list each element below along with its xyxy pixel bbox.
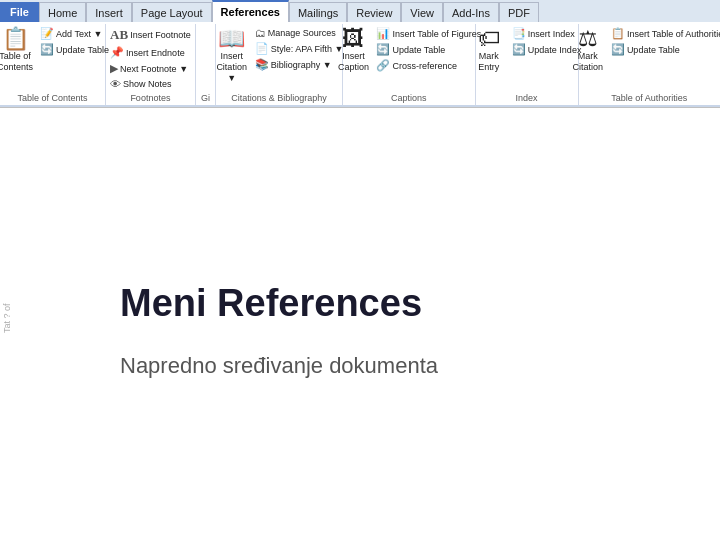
btn-style-label: Style: APA Fifth ▼ <box>271 44 344 54</box>
endnote-icon: 📌 <box>110 46 124 59</box>
btn-show-notes[interactable]: 👁 Show Notes <box>108 77 193 91</box>
group-cit-label: Citations & Bibliography <box>220 91 338 105</box>
update-table-icon: 🔄 <box>40 43 54 56</box>
btn-style[interactable]: 📄 Style: APA Fifth ▼ <box>253 41 346 56</box>
cit-small-btns: 🗂 Manage Sources 📄 Style: APA Fifth ▼ 📚 … <box>253 26 346 72</box>
btn-next-footnote-label: Next Footnote ▼ <box>120 64 188 74</box>
btn-add-text[interactable]: 📝 Add Text ▼ <box>38 26 111 41</box>
insert-idx-icon: 📑 <box>512 27 526 40</box>
tab-page-layout[interactable]: Page Layout <box>132 2 212 22</box>
tab-pdf[interactable]: PDF <box>499 2 539 22</box>
ribbon-body: 📋 Table ofContents 📝 Add Text ▼ 🔄 Update… <box>0 22 720 107</box>
group-toa-label: Table of Authorities <box>583 91 716 105</box>
group-fn-content: AB Insert Footnote 📌 Insert Endnote ▶ Ne… <box>108 26 193 91</box>
tab-references[interactable]: References <box>212 0 289 22</box>
btn-update-table-label: Update Table <box>56 45 109 55</box>
mark-cit-icon: ⚖ <box>578 28 598 50</box>
tab-view[interactable]: View <box>401 2 443 22</box>
show-notes-icon: 👁 <box>110 78 121 90</box>
btn-manage-sources[interactable]: 🗂 Manage Sources <box>253 26 346 40</box>
insert-toa-icon: 📋 <box>611 27 625 40</box>
page-title: Meni References <box>60 282 660 325</box>
update-toa-icon: 🔄 <box>611 43 625 56</box>
ribbon: File Home Insert Page Layout References … <box>0 0 720 108</box>
tab-mailings[interactable]: Mailings <box>289 2 347 22</box>
btn-insert-endnote-label: Insert Endnote <box>126 48 185 58</box>
group-index: 🏷 MarkEntry 📑 Insert Index 🔄 Update Inde… <box>476 24 579 105</box>
group-captions: 🖼 InsertCaption 📊 Insert Table of Figure… <box>343 24 475 105</box>
btn-tof-label: Insert Table of Figures <box>392 29 481 39</box>
cap-small-btns: 📊 Insert Table of Figures 🔄 Update Table… <box>374 26 483 73</box>
main-content: Meni References Napredno sređivanje doku… <box>0 108 720 540</box>
add-text-icon: 📝 <box>40 27 54 40</box>
side-label: Tat ? of <box>0 96 14 540</box>
btn-insert-footnote-label: Insert Footnote <box>130 30 191 40</box>
toa-small-btns: 📋 Insert Table of Authorities 🔄 Update T… <box>609 26 720 57</box>
tab-add-ins[interactable]: Add-Ins <box>443 2 499 22</box>
group-toa: ⚖ MarkCitation 📋 Insert Table of Authori… <box>579 24 720 105</box>
btn-insert-toa-label: Insert Table of Authorities <box>627 29 720 39</box>
btn-bibliography-label: Bibliography ▼ <box>271 60 332 70</box>
btn-insert-index-label: Insert Index <box>528 29 575 39</box>
btn-show-notes-label: Show Notes <box>123 79 172 89</box>
btn-update-toa-label: Update Table <box>627 45 680 55</box>
toc-small-btns: 📝 Add Text ▼ 🔄 Update Table <box>38 26 111 57</box>
group-fn-label: Footnotes <box>110 91 191 105</box>
btn-mark-citation[interactable]: ⚖ MarkCitation <box>569 26 607 75</box>
tab-home[interactable]: Home <box>39 2 86 22</box>
btn-update-cap-label: Update Table <box>392 45 445 55</box>
page-subtitle: Napredno sređivanje dokumenta <box>60 353 660 379</box>
next-fn-icon: ▶ <box>110 62 118 75</box>
btn-update-table-cap[interactable]: 🔄 Update Table <box>374 42 483 57</box>
btn-manage-sources-label: Manage Sources <box>268 28 336 38</box>
group-toa-content: ⚖ MarkCitation 📋 Insert Table of Authori… <box>569 26 720 91</box>
tof-icon: 📊 <box>376 27 390 40</box>
update-idx-icon: 🔄 <box>512 43 526 56</box>
btn-bibliography[interactable]: 📚 Bibliography ▼ <box>253 57 346 72</box>
btn-insert-footnote[interactable]: AB Insert Footnote <box>108 26 193 44</box>
group-cit-content: 📖 InsertCitation ▼ 🗂 Manage Sources 📄 St… <box>213 26 346 91</box>
btn-insert-caption[interactable]: 🖼 InsertCaption <box>334 26 372 75</box>
btn-insert-toa[interactable]: 📋 Insert Table of Authorities <box>609 26 720 41</box>
btn-toc-label: Table ofContents <box>0 51 33 73</box>
btn-citation-label: InsertCitation ▼ <box>216 51 248 83</box>
btn-xref-label: Cross-reference <box>392 61 457 71</box>
btn-toc[interactable]: 📋 Table ofContents <box>0 26 36 75</box>
citation-icon: 📖 <box>218 28 245 50</box>
group-idx-label: Index <box>480 91 574 105</box>
btn-add-text-label: Add Text ▼ <box>56 29 102 39</box>
style-icon: 📄 <box>255 42 269 55</box>
group-toc-label: Table of Contents <box>4 91 101 105</box>
xref-icon: 🔗 <box>376 59 390 72</box>
group-cap-content: 🖼 InsertCaption 📊 Insert Table of Figure… <box>334 26 483 91</box>
group-cap-label: Captions <box>347 91 470 105</box>
ribbon-tab-bar: File Home Insert Page Layout References … <box>0 0 720 22</box>
btn-update-toa[interactable]: 🔄 Update Table <box>609 42 720 57</box>
btn-mark-citation-label: MarkCitation <box>573 51 604 73</box>
group-footnotes: AB Insert Footnote 📌 Insert Endnote ▶ Ne… <box>106 24 196 105</box>
group-idx-content: 🏷 MarkEntry 📑 Insert Index 🔄 Update Inde… <box>470 26 584 91</box>
manage-src-icon: 🗂 <box>255 27 266 39</box>
tab-review[interactable]: Review <box>347 2 401 22</box>
footnote-icon: AB <box>110 27 128 43</box>
btn-insert-table-figures[interactable]: 📊 Insert Table of Figures <box>374 26 483 41</box>
update-cap-icon: 🔄 <box>376 43 390 56</box>
btn-insert-citation[interactable]: 📖 InsertCitation ▼ <box>213 26 251 85</box>
btn-next-footnote[interactable]: ▶ Next Footnote ▼ <box>108 61 193 76</box>
tab-file[interactable]: File <box>0 2 39 22</box>
btn-cross-reference[interactable]: 🔗 Cross-reference <box>374 58 483 73</box>
toc-icon: 📋 <box>2 28 29 50</box>
fn-btns: AB Insert Footnote 📌 Insert Endnote ▶ Ne… <box>108 26 193 91</box>
btn-caption-label: InsertCaption <box>338 51 369 73</box>
btn-mark-entry-label: MarkEntry <box>478 51 499 73</box>
btn-insert-endnote[interactable]: 📌 Insert Endnote <box>108 45 193 60</box>
biblio-icon: 📚 <box>255 58 269 71</box>
group-citations: 📖 InsertCitation ▼ 🗂 Manage Sources 📄 St… <box>216 24 343 105</box>
btn-update-table[interactable]: 🔄 Update Table <box>38 42 111 57</box>
mark-entry-icon: 🏷 <box>478 28 500 50</box>
group-toc-content: 📋 Table ofContents 📝 Add Text ▼ 🔄 Update… <box>0 26 111 91</box>
btn-mark-entry[interactable]: 🏷 MarkEntry <box>470 26 508 75</box>
group-gi-label: Gi <box>200 91 211 105</box>
tab-insert[interactable]: Insert <box>86 2 132 22</box>
caption-icon: 🖼 <box>342 28 364 50</box>
